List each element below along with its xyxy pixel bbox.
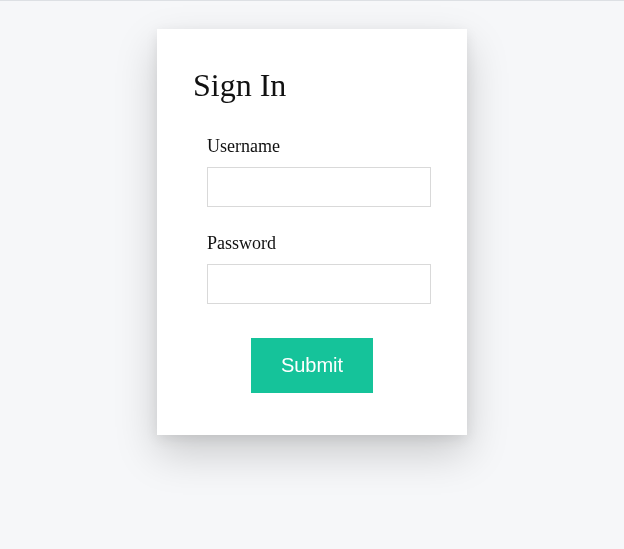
page-title: Sign In <box>193 67 431 104</box>
username-label: Username <box>207 136 431 157</box>
submit-button[interactable]: Submit <box>251 338 373 393</box>
username-field: Username <box>193 136 431 207</box>
password-input[interactable] <box>207 264 431 304</box>
password-label: Password <box>207 233 431 254</box>
password-field: Password <box>193 233 431 304</box>
username-input[interactable] <box>207 167 431 207</box>
signin-card: Sign In Username Password Submit <box>157 29 467 435</box>
submit-row: Submit <box>193 338 431 393</box>
